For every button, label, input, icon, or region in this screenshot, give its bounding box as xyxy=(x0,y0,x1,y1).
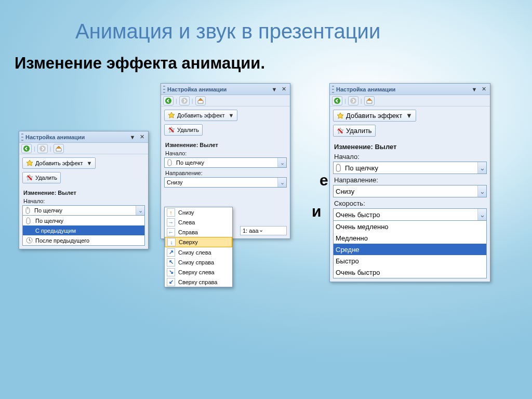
option-label: Сверху слева xyxy=(178,269,215,275)
panel-titlebar[interactable]: Настройка анимации ▼ ✕ xyxy=(161,84,290,95)
panel-start-options: Настройка анимации ▼ ✕ | | Добавить эффе… xyxy=(19,131,149,249)
nav-home-icon[interactable] xyxy=(364,96,375,105)
star-icon xyxy=(337,112,344,119)
nav-forward-icon xyxy=(37,144,48,153)
remove-button[interactable]: Удалить xyxy=(164,124,203,136)
dropdown-caret-icon[interactable]: ▼ xyxy=(470,85,478,94)
direction-label: Направление: xyxy=(165,170,287,176)
caret-down-icon: ▼ xyxy=(228,112,234,118)
mouse-icon xyxy=(25,207,32,214)
chevron-down-icon[interactable]: ⌄ xyxy=(277,158,286,167)
add-effect-label: Добавить эффект xyxy=(35,160,83,166)
dropdown-caret-icon[interactable]: ▼ xyxy=(270,85,278,94)
option-label: По щелчку xyxy=(35,218,63,224)
panel-nav: | | xyxy=(161,95,290,107)
option-label: Снизу xyxy=(178,209,194,216)
speed-option[interactable]: Средне xyxy=(334,244,486,255)
nav-home-icon[interactable] xyxy=(195,96,206,105)
start-option-on-click[interactable]: По щелчку xyxy=(23,216,144,225)
chevron-down-icon[interactable]: ⌄ xyxy=(477,162,486,174)
start-label: Начало: xyxy=(23,198,145,204)
remove-label: Удалить xyxy=(346,127,372,135)
add-effect-button[interactable]: Добавить эффект ▼ xyxy=(164,110,237,121)
direction-option[interactable]: ←Справа xyxy=(165,227,232,237)
direction-value: Снизу xyxy=(167,179,277,185)
dropdown-caret-icon[interactable]: ▼ xyxy=(128,133,137,141)
arrow-upright-icon: ↗ xyxy=(167,248,175,257)
panel-title: Настройка анимации xyxy=(167,86,270,92)
arrow-up-icon: ↑ xyxy=(167,208,175,217)
start-combo[interactable]: По щелчку ⌄ xyxy=(164,157,287,168)
panel-titlebar[interactable]: Настройка анимации ▼ ✕ xyxy=(330,84,490,95)
option-label: Медленно xyxy=(336,234,368,242)
add-effect-button[interactable]: Добавить эффект ▼ xyxy=(22,157,96,169)
add-effect-button[interactable]: Добавить эффект ▼ xyxy=(333,110,416,122)
direction-option[interactable]: ↗Снизу слева xyxy=(165,247,232,257)
start-combo[interactable]: По щелчку ⌄ xyxy=(333,162,487,174)
blank-icon xyxy=(25,227,33,234)
chevron-down-icon[interactable]: ⌄ xyxy=(277,178,286,187)
chevron-down-icon[interactable]: ⌄ xyxy=(259,227,267,235)
nav-back-icon[interactable] xyxy=(332,96,342,105)
panel-speed-options: Настройка анимации ▼ ✕ | | Добавить эффе… xyxy=(329,83,490,282)
nav-back-icon[interactable] xyxy=(163,96,174,105)
direction-option[interactable]: →Слева xyxy=(165,217,232,227)
option-label: Снизу слева xyxy=(178,249,211,256)
start-label: Начало: xyxy=(165,150,287,156)
remove-button[interactable]: Удалить xyxy=(22,172,61,183)
grip-icon xyxy=(163,86,165,93)
panel-title: Настройка анимации xyxy=(336,86,470,92)
svg-point-4 xyxy=(165,98,171,104)
direction-option[interactable]: ↘Сверху слева xyxy=(165,267,232,277)
start-option-with-previous[interactable]: С предыдущим xyxy=(23,225,144,235)
direction-combo[interactable]: Снизу ⌄ xyxy=(164,177,287,188)
remove-icon xyxy=(26,174,33,181)
start-options-dropdown: По щелчку С предыдущим После предыдущего xyxy=(22,215,145,246)
option-label: Очень быстро xyxy=(336,269,380,276)
nav-back-icon[interactable] xyxy=(21,144,32,153)
panel-direction-options: Настройка анимации ▼ ✕ | | Добавить эффе… xyxy=(161,83,290,239)
star-icon xyxy=(26,159,33,167)
chevron-down-icon[interactable]: ⌄ xyxy=(477,209,486,220)
effect-item-combo[interactable]: 1: aaa ⌄ xyxy=(240,226,287,235)
direction-dropdown: ↑Снизу →Слева ←Справа ↓Сверху ↗Снизу сле… xyxy=(164,207,233,287)
close-icon[interactable]: ✕ xyxy=(138,133,146,141)
start-label: Начало: xyxy=(334,153,487,161)
nav-separator: | xyxy=(34,145,35,152)
remove-label: Удалить xyxy=(177,127,199,133)
direction-option[interactable]: ↑Снизу xyxy=(165,207,232,217)
close-icon[interactable]: ✕ xyxy=(280,85,288,94)
speed-value: Очень быстро xyxy=(336,211,477,219)
effect-item-label: 1: aaa xyxy=(243,228,259,234)
chevron-down-icon[interactable]: ⌄ xyxy=(477,185,486,197)
start-combo[interactable]: По щелчку ⌄ xyxy=(22,205,145,216)
remove-button[interactable]: Удалить xyxy=(333,125,376,137)
add-effect-label: Добавить эффект xyxy=(346,112,402,119)
option-label: Очень медленно xyxy=(336,223,389,231)
svg-point-0 xyxy=(23,145,30,152)
direction-option[interactable]: ↙Сверху справа xyxy=(165,277,232,287)
speed-label: Скорость: xyxy=(334,200,487,207)
panel-titlebar[interactable]: Настройка анимации ▼ ✕ xyxy=(19,131,148,143)
speed-option[interactable]: Медленно xyxy=(334,232,486,244)
start-option-after-previous[interactable]: После предыдущего xyxy=(23,235,144,245)
star-icon xyxy=(168,112,175,119)
speed-option[interactable]: Быстро xyxy=(334,255,486,267)
option-label: Быстро xyxy=(336,257,359,265)
start-value: По щелчку xyxy=(176,159,277,166)
speed-option[interactable]: Очень быстро xyxy=(334,267,486,278)
speed-option[interactable]: Очень медленно xyxy=(334,221,486,232)
speed-combo[interactable]: Очень быстро ⌄ xyxy=(333,208,487,221)
chevron-down-icon[interactable]: ⌄ xyxy=(136,206,144,215)
direction-option[interactable]: ↓Сверху xyxy=(165,237,232,247)
panel-nav: | | xyxy=(19,143,148,154)
direction-value: Снизу xyxy=(336,188,477,195)
svg-point-7 xyxy=(350,98,356,104)
option-label: Слева xyxy=(178,219,195,225)
nav-home-icon[interactable] xyxy=(54,144,64,153)
remove-icon xyxy=(168,126,175,134)
close-icon[interactable]: ✕ xyxy=(480,85,488,94)
direction-option[interactable]: ↖Снизу справа xyxy=(165,257,232,267)
direction-combo[interactable]: Снизу ⌄ xyxy=(333,185,487,197)
start-value: По щелчку xyxy=(345,164,477,172)
